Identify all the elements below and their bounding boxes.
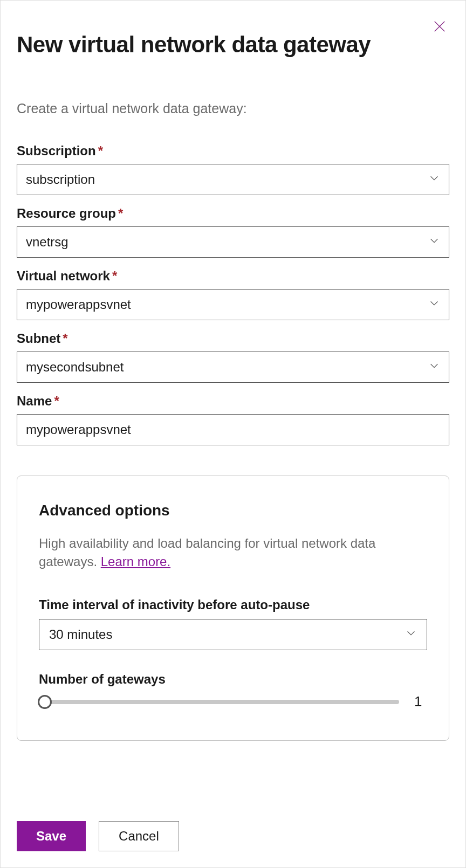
subscription-label: Subscription* bbox=[17, 143, 449, 159]
dialog-title: New virtual network data gateway bbox=[17, 32, 449, 58]
virtual-network-value: mypowerappsvnet bbox=[26, 297, 131, 312]
close-button[interactable] bbox=[430, 17, 449, 36]
resource-group-label: Resource group* bbox=[17, 206, 449, 221]
gateways-slider[interactable] bbox=[39, 700, 399, 704]
virtual-network-label-text: Virtual network bbox=[17, 268, 110, 283]
gateways-slider-thumb[interactable] bbox=[38, 695, 52, 709]
learn-more-link[interactable]: Learn more. bbox=[101, 554, 170, 569]
required-indicator: * bbox=[63, 331, 67, 346]
field-subnet: Subnet* mysecondsubnet bbox=[17, 331, 449, 383]
dialog-subtitle: Create a virtual network data gateway: bbox=[17, 101, 449, 116]
inactivity-label: Time interval of inactivity before auto-… bbox=[39, 597, 427, 612]
name-label: Name* bbox=[17, 394, 449, 409]
subnet-label-text: Subnet bbox=[17, 331, 60, 346]
required-indicator: * bbox=[112, 268, 117, 283]
advanced-options-description: High availability and load balancing for… bbox=[39, 534, 427, 570]
gateways-label: Number of gateways bbox=[39, 672, 427, 687]
subnet-dropdown[interactable]: mysecondsubnet bbox=[17, 352, 449, 383]
resource-group-value: vnetrsg bbox=[26, 235, 68, 250]
dialog-footer: Save Cancel bbox=[17, 800, 449, 851]
required-indicator: * bbox=[54, 394, 59, 408]
required-indicator: * bbox=[118, 206, 123, 221]
virtual-network-label: Virtual network* bbox=[17, 268, 449, 284]
field-subscription: Subscription* subscription bbox=[17, 143, 449, 195]
advanced-options-card: Advanced options High availability and l… bbox=[17, 476, 449, 741]
required-indicator: * bbox=[98, 143, 103, 158]
dialog-panel: New virtual network data gateway Create … bbox=[1, 1, 465, 867]
chevron-down-icon bbox=[428, 360, 440, 375]
chevron-down-icon bbox=[428, 172, 440, 187]
advanced-options-title: Advanced options bbox=[39, 502, 427, 519]
subscription-dropdown[interactable]: subscription bbox=[17, 164, 449, 195]
close-icon bbox=[432, 19, 447, 34]
subscription-value: subscription bbox=[26, 172, 95, 187]
advanced-description-text: High availability and load balancing for… bbox=[39, 536, 375, 569]
save-button[interactable]: Save bbox=[17, 821, 86, 851]
cancel-button[interactable]: Cancel bbox=[99, 821, 179, 851]
name-label-text: Name bbox=[17, 394, 52, 408]
gateways-slider-row: 1 bbox=[39, 693, 427, 710]
gateways-value: 1 bbox=[414, 693, 427, 710]
subscription-label-text: Subscription bbox=[17, 143, 96, 158]
chevron-down-icon bbox=[428, 235, 440, 250]
field-name: Name* bbox=[17, 394, 449, 445]
resource-group-label-text: Resource group bbox=[17, 206, 116, 221]
inactivity-dropdown[interactable]: 30 minutes bbox=[39, 619, 427, 650]
name-input[interactable] bbox=[17, 414, 449, 445]
chevron-down-icon bbox=[428, 297, 440, 312]
inactivity-value: 30 minutes bbox=[49, 627, 112, 642]
subnet-value: mysecondsubnet bbox=[26, 360, 124, 375]
virtual-network-dropdown[interactable]: mypowerappsvnet bbox=[17, 289, 449, 320]
field-resource-group: Resource group* vnetrsg bbox=[17, 206, 449, 258]
chevron-down-icon bbox=[405, 627, 417, 642]
subnet-label: Subnet* bbox=[17, 331, 449, 346]
resource-group-dropdown[interactable]: vnetrsg bbox=[17, 226, 449, 258]
field-virtual-network: Virtual network* mypowerappsvnet bbox=[17, 268, 449, 320]
